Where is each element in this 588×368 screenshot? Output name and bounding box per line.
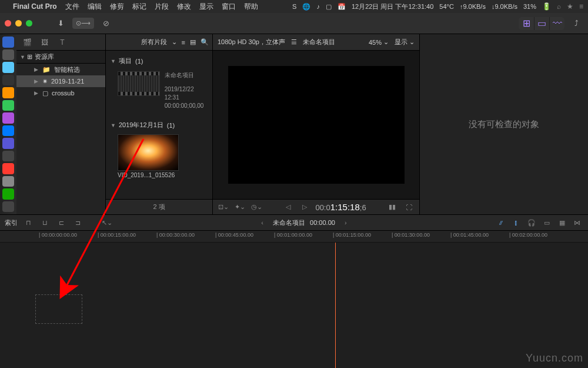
- viewer-timecode[interactable]: 1:15:18: [330, 202, 360, 212]
- timeline-body[interactable]: [0, 243, 588, 368]
- star-icon[interactable]: ★: [567, 2, 573, 11]
- next-edit-icon[interactable]: ›: [340, 217, 352, 228]
- ruler-tick: | 00:01:00:00.00: [274, 232, 312, 238]
- browser-filter[interactable]: 所有片段: [141, 38, 167, 47]
- render-icon[interactable]: ⊘: [99, 18, 113, 29]
- timeline-ruler[interactable]: | 00:00:00:00.00| 00:00:15:00.00| 00:00:…: [0, 231, 588, 243]
- section-count: (1): [167, 122, 175, 129]
- menu-modify[interactable]: 修改: [177, 2, 191, 12]
- select-tool-icon[interactable]: ↖⌄: [101, 217, 113, 228]
- dock-item[interactable]: [2, 176, 14, 187]
- crop-icon[interactable]: ⊡⌄: [218, 202, 229, 213]
- menu-mark[interactable]: 标记: [132, 2, 146, 12]
- maximize-window-button[interactable]: [26, 20, 32, 26]
- project-duration: 00:00:00;00,00: [165, 102, 208, 110]
- viewer-canvas[interactable]: [213, 51, 419, 199]
- audio-skim-icon[interactable]: ⫿: [510, 217, 522, 228]
- folder-icon: ▢: [42, 89, 48, 97]
- view-seg-3[interactable]: 〰: [549, 17, 564, 30]
- display-icon[interactable]: ▢: [326, 3, 332, 11]
- library-tab[interactable]: 🎬: [21, 37, 33, 48]
- audio-meter-icon[interactable]: ▮▮: [386, 202, 398, 213]
- skim-back-icon[interactable]: ◁: [282, 202, 294, 213]
- menu-icon[interactable]: ≡: [579, 2, 583, 11]
- photos-tab[interactable]: 🖼: [39, 37, 51, 48]
- dock-item[interactable]: [2, 151, 14, 162]
- dock-item[interactable]: [2, 37, 14, 48]
- skim-icon[interactable]: ⫽: [495, 217, 507, 228]
- connect-clip-icon[interactable]: ⊓: [22, 217, 34, 228]
- list-icon[interactable]: ▤: [190, 38, 196, 46]
- browser-panel: 所有片段 ⌄ ≡ ▤ 🔍 ▼ 项目 (1) 未命名项目 2019/12/22 1…: [106, 34, 213, 214]
- project-thumbnail[interactable]: [118, 71, 160, 96]
- clip-thumbnail[interactable]: [118, 134, 179, 171]
- dock-item[interactable]: [2, 75, 14, 86]
- music-icon[interactable]: ♪: [316, 3, 320, 10]
- library-item-crossub[interactable]: ▶ ▢ crossub: [16, 87, 105, 99]
- chevron-right-icon: ▶: [34, 78, 39, 84]
- dock-item[interactable]: [2, 138, 14, 149]
- menu-window[interactable]: 窗口: [222, 2, 236, 12]
- menu-clip[interactable]: 片段: [155, 2, 169, 12]
- video-frame: [228, 66, 405, 184]
- filter-icon[interactable]: ≡: [182, 39, 185, 46]
- disclosure-icon[interactable]: ▼: [111, 58, 115, 64]
- chevron-right-icon: ▶: [34, 67, 39, 72]
- timeline-index-button[interactable]: 索引: [5, 218, 18, 227]
- dock-item[interactable]: [2, 188, 14, 200]
- search-icon[interactable]: 🔍: [201, 38, 209, 46]
- effects-browser-icon[interactable]: ▦: [556, 217, 568, 228]
- dock-item[interactable]: [2, 125, 14, 137]
- dock-item[interactable]: [2, 100, 14, 111]
- view-seg-2[interactable]: ▭: [534, 17, 549, 30]
- calendar-icon[interactable]: 📅: [338, 3, 346, 11]
- menu-file[interactable]: 文件: [65, 2, 79, 12]
- effects-icon[interactable]: ✦⌄: [234, 202, 246, 213]
- play-icon[interactable]: ▷: [299, 202, 310, 213]
- app-name[interactable]: Final Cut Pro: [13, 2, 57, 11]
- dock-item[interactable]: [2, 49, 14, 61]
- menu-view[interactable]: 显示: [199, 2, 213, 12]
- dock-item[interactable]: [2, 62, 14, 73]
- status-date[interactable]: 12月22日 周日 下午12:31:40: [352, 2, 433, 11]
- solo-icon[interactable]: 🎧: [526, 217, 537, 228]
- dock-item[interactable]: [2, 201, 14, 213]
- menu-edit[interactable]: 编辑: [88, 2, 102, 12]
- menu-trim[interactable]: 修剪: [110, 2, 124, 12]
- insert-clip-icon[interactable]: ⊔: [39, 217, 51, 228]
- dock-item[interactable]: [2, 112, 14, 124]
- titles-tab[interactable]: T: [56, 37, 68, 48]
- bluetooth-icon[interactable]: ⌕: [557, 2, 561, 11]
- append-clip-icon[interactable]: ⊏: [55, 217, 67, 228]
- prev-edit-icon[interactable]: ‹: [256, 217, 268, 228]
- chevron-down-icon[interactable]: ⌄: [172, 38, 177, 46]
- zoom-dropdown[interactable]: 45%⌄: [369, 38, 389, 46]
- disclosure-icon[interactable]: ▼: [111, 122, 115, 128]
- globe-icon[interactable]: 🌐: [302, 3, 310, 11]
- view-seg-1[interactable]: ⊞: [519, 17, 534, 30]
- fullscreen-icon[interactable]: ⛶: [403, 202, 415, 213]
- snap-icon[interactable]: ▭: [541, 217, 553, 228]
- overwrite-clip-icon[interactable]: ⊐: [72, 217, 83, 228]
- share-icon[interactable]: ⤴: [569, 18, 583, 29]
- drop-target[interactable]: [35, 294, 82, 324]
- library-item-smart[interactable]: ▶ 📁 智能精选: [16, 64, 105, 75]
- ruler-tick: | 00:01:30:00.00: [392, 232, 430, 238]
- transitions-icon[interactable]: ⋈: [572, 217, 583, 228]
- disclosure-icon[interactable]: ▼: [20, 54, 25, 60]
- retime-icon[interactable]: ◷⌄: [250, 202, 262, 213]
- minimize-window-button[interactable]: [15, 20, 22, 26]
- status-icon[interactable]: S: [292, 3, 296, 10]
- dock-item[interactable]: [2, 163, 14, 174]
- import-icon[interactable]: ⬇: [54, 18, 68, 29]
- keyword-button[interactable]: ⊙⟶: [72, 18, 94, 29]
- display-dropdown[interactable]: 显示⌄: [395, 38, 415, 47]
- battery-icon[interactable]: 🔋: [542, 2, 551, 11]
- library-item-date[interactable]: ▶ ✷ 2019-11-21: [16, 75, 105, 87]
- inspector-panel: 没有可检查的对象: [420, 34, 588, 214]
- close-window-button[interactable]: [5, 20, 11, 26]
- playhead[interactable]: [335, 243, 336, 368]
- menu-help[interactable]: 帮助: [244, 2, 258, 12]
- dock-item[interactable]: [2, 87, 14, 98]
- format-settings-icon[interactable]: ☰: [291, 38, 297, 46]
